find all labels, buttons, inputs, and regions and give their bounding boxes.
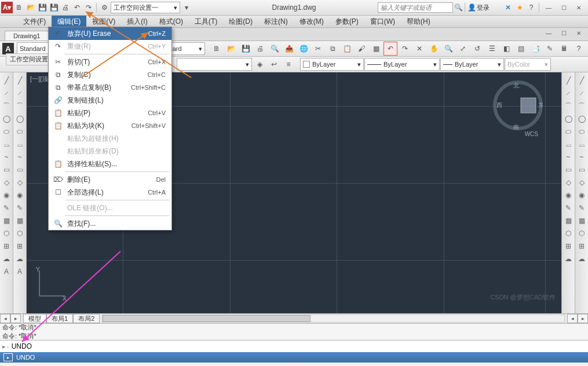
menu-10[interactable]: 窗口(W) <box>364 16 401 27</box>
vtl-btn-10[interactable]: ✎ <box>1 202 12 214</box>
menu-2[interactable]: 视图(V) <box>86 16 121 27</box>
redo-tb-icon[interactable]: ↷ <box>398 42 412 56</box>
vtr2-btn-12[interactable]: ⬡ <box>576 228 587 239</box>
vtr2-btn-6[interactable]: ~ <box>576 151 587 163</box>
redo-icon[interactable]: ↷ <box>83 2 94 13</box>
layer-filter-combo[interactable]: ▾ <box>177 58 252 71</box>
vtl2-btn-10[interactable]: ✎ <box>14 202 25 214</box>
undo-icon[interactable]: ↶ <box>72 2 82 13</box>
vtr2-btn-9[interactable]: ◉ <box>576 189 587 201</box>
anno-scale-icon[interactable]: A <box>2 43 14 54</box>
workspace-gear-icon[interactable]: ⚙ <box>99 2 109 13</box>
vtl2-btn-13[interactable]: ⊞ <box>14 240 25 252</box>
workspace-combo[interactable]: 工作空间设置一▾ <box>111 2 180 13</box>
vtr-btn-13[interactable]: ⊞ <box>563 240 574 252</box>
vtl-btn-3[interactable]: ◯ <box>1 113 12 125</box>
menu-item-0[interactable]: ↶放弃(U) EraseCtrl+Z <box>49 27 171 40</box>
vtr-btn-5[interactable]: ⌓ <box>563 138 574 150</box>
sb-end-right-icon[interactable]: ▸ <box>578 314 588 323</box>
new-tb-icon[interactable]: 🗎 <box>210 42 224 56</box>
vtl-btn-9[interactable]: ◉ <box>1 189 12 201</box>
vtr-btn-0[interactable]: ╱ <box>563 75 574 86</box>
vtl2-btn-4[interactable]: ⬭ <box>14 126 25 137</box>
help-tb-icon[interactable]: ? <box>572 42 586 56</box>
calc-tb-icon[interactable]: 🖩 <box>557 42 571 56</box>
plot-tb-icon[interactable]: 🖨 <box>253 42 267 56</box>
vtl2-btn-1[interactable]: ⟋ <box>14 87 25 99</box>
search-input[interactable] <box>378 2 453 13</box>
plotstyle-combo[interactable]: ByColor▾ <box>505 58 551 71</box>
mdi-min-icon[interactable]: — <box>542 28 556 38</box>
vtl2-btn-5[interactable]: ⌓ <box>14 138 25 150</box>
layout-tab-0[interactable]: 模型 <box>23 314 46 323</box>
doc-tab[interactable]: Drawing1 <box>5 31 49 41</box>
vtr-btn-7[interactable]: ▭ <box>563 164 574 175</box>
app-icon[interactable]: A▾ <box>1 2 13 13</box>
zoom-tb-icon[interactable]: 🔍 <box>441 42 455 56</box>
vtr2-btn-0[interactable]: ╱ <box>576 75 587 86</box>
sb-end-left-icon[interactable]: ◂ <box>567 314 578 323</box>
vtl-btn-5[interactable]: ⌓ <box>1 138 12 150</box>
vtr-btn-3[interactable]: ◯ <box>563 113 574 125</box>
plot-icon[interactable]: 🖨 <box>60 2 71 13</box>
vtl2-btn-11[interactable]: ▦ <box>14 215 25 226</box>
vtr2-btn-7[interactable]: ▭ <box>576 164 587 175</box>
mdi-max-icon[interactable]: ☐ <box>557 28 571 38</box>
vtr-btn-10[interactable]: ✎ <box>563 202 574 214</box>
menu-item-6[interactable]: 🔗复制链接(L) <box>49 94 171 107</box>
vtl-btn-12[interactable]: ⬡ <box>1 228 12 239</box>
vtl2-btn-7[interactable]: ▭ <box>14 164 25 175</box>
layout-tab-2[interactable]: 布局2 <box>73 314 100 323</box>
menu-item-18[interactable]: 🔍查找(F)... <box>49 217 171 230</box>
vtl2-btn-9[interactable]: ◉ <box>14 189 25 201</box>
menu-6[interactable]: 绘图(D) <box>223 16 258 27</box>
menu-5[interactable]: 工具(T) <box>189 16 223 27</box>
vtl-btn-14[interactable]: ☁ <box>1 253 12 265</box>
vtr2-btn-11[interactable]: ▦ <box>576 215 587 226</box>
close-button[interactable]: ✕ <box>572 2 586 13</box>
publish-tb-icon[interactable]: 📤 <box>282 42 296 56</box>
menu-7[interactable]: 标注(N) <box>258 16 294 27</box>
cut-tb-icon[interactable]: ✂ <box>311 42 325 56</box>
menu-4[interactable]: 格式(O) <box>154 16 189 27</box>
sb-right-icon[interactable]: ▸ <box>10 314 21 323</box>
login-label[interactable]: 登录 <box>477 3 490 12</box>
menu-8[interactable]: 修改(M) <box>294 16 330 27</box>
zoomp-tb-icon[interactable]: ↺ <box>470 42 484 56</box>
menu-3[interactable]: 插入(I) <box>121 16 153 27</box>
block-tb-icon[interactable]: ▦ <box>369 42 383 56</box>
vtl-btn-0[interactable]: ╱ <box>1 75 12 86</box>
sb-left-icon[interactable]: ◂ <box>0 314 10 323</box>
vtr-btn-14[interactable]: ☁ <box>563 253 574 265</box>
undo-tb-icon[interactable]: ↶ <box>384 42 397 56</box>
erase-tb-icon[interactable]: ✕ <box>412 42 426 56</box>
menu-item-4[interactable]: ⧉复制(C)Ctrl+C <box>49 68 171 81</box>
vtr-btn-9[interactable]: ◉ <box>563 189 574 201</box>
dc-tb-icon[interactable]: ◧ <box>499 42 513 56</box>
vtl-btn-15[interactable]: A <box>1 266 12 277</box>
menu-item-3[interactable]: ✂剪切(T)Ctrl+X <box>49 56 171 68</box>
vtr2-btn-13[interactable]: ⊞ <box>576 240 587 252</box>
linetype-combo[interactable]: ByLayer▾ <box>364 58 440 71</box>
vtr-btn-2[interactable]: ⌒ <box>563 100 574 112</box>
menu-item-8[interactable]: 📋粘贴为块(K)Ctrl+Shift+V <box>49 119 171 132</box>
minimize-button[interactable]: — <box>542 2 556 13</box>
vtl-btn-2[interactable]: ⌒ <box>1 100 12 112</box>
vtl2-btn-0[interactable]: ╱ <box>14 75 25 86</box>
menu-item-14[interactable]: ☐全部选择(L)Ctrl+A <box>49 186 171 199</box>
command-input[interactable] <box>9 342 586 351</box>
vtr-btn-8[interactable]: ◇ <box>563 177 574 188</box>
hscroll-track[interactable] <box>102 314 565 323</box>
color-combo[interactable]: ByLayer▾ <box>300 58 364 71</box>
vtr2-btn-5[interactable]: ⌓ <box>576 138 587 150</box>
paste-tb-icon[interactable]: 📋 <box>340 42 354 56</box>
menu-item-5[interactable]: ⧉带基点复制(B)Ctrl+Shift+C <box>49 81 171 94</box>
layer-state-icon[interactable]: ≡ <box>282 57 295 71</box>
vtr2-btn-8[interactable]: ◇ <box>576 177 587 188</box>
vtr2-btn-1[interactable]: ⟋ <box>576 87 587 99</box>
vtr-btn-12[interactable]: ⬡ <box>563 228 574 239</box>
view-cube[interactable]: 北 南 西 东 WCS <box>493 80 543 130</box>
user-icon[interactable]: 👤 <box>466 2 477 13</box>
vtl2-btn-6[interactable]: ~ <box>14 151 25 163</box>
vtr-btn-11[interactable]: ▦ <box>563 215 574 226</box>
